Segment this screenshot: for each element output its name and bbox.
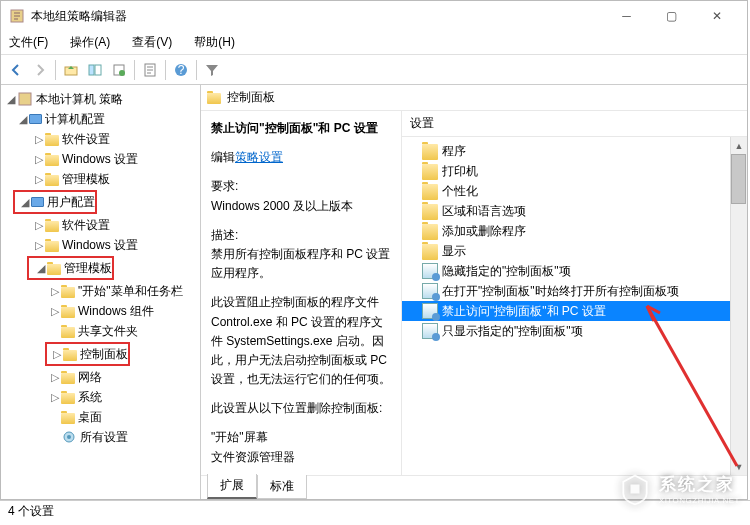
expand-icon[interactable]: ▷ [49, 305, 61, 318]
tree-item[interactable]: ▷系统 [3, 387, 198, 407]
list-item[interactable]: 个性化 [402, 181, 747, 201]
tree-computer-config[interactable]: ◢计算机配置 [3, 109, 198, 129]
close-button[interactable]: ✕ [694, 2, 739, 30]
description-text: 文件资源管理器 [211, 448, 391, 467]
setting-icon [422, 303, 438, 319]
tree-admin-templates[interactable]: ◢管理模板 [29, 258, 112, 278]
settings-column-header[interactable]: 设置 [402, 111, 747, 137]
menu-action[interactable]: 操作(A) [66, 32, 114, 53]
folder-icon [45, 175, 59, 186]
list-item[interactable]: 区域和语言选项 [402, 201, 747, 221]
folder-icon [422, 244, 438, 260]
tab-standard[interactable]: 标准 [257, 475, 307, 499]
item-label: 在打开"控制面板"时始终打开所有控制面板项 [442, 283, 679, 300]
edit-label: 编辑 [211, 150, 235, 164]
expand-icon[interactable]: ◢ [17, 113, 29, 126]
folder-icon [422, 184, 438, 200]
tree-label: 用户配置 [47, 194, 95, 211]
titlebar: 本地组策略编辑器 ─ ▢ ✕ [1, 1, 747, 31]
toolbar: ? [1, 55, 747, 85]
tab-extended[interactable]: 扩展 [207, 474, 257, 499]
tree-item[interactable]: 桌面 [3, 407, 198, 427]
filter-button[interactable] [201, 59, 223, 81]
help-button[interactable]: ? [170, 59, 192, 81]
expand-icon[interactable]: ▷ [51, 348, 63, 361]
expand-icon[interactable]: ▷ [33, 219, 45, 232]
menu-help[interactable]: 帮助(H) [190, 32, 239, 53]
setting-icon [422, 263, 438, 279]
tree-panel[interactable]: ◢本地计算机 策略 ◢计算机配置 ▷软件设置 ▷Windows 设置 ▷管理模板… [1, 85, 201, 499]
forward-button[interactable] [29, 59, 51, 81]
description-panel: 禁止访问"控制面板"和 PC 设置 编辑策略设置 要求: Windows 200… [201, 111, 401, 475]
expand-icon[interactable]: ◢ [35, 262, 47, 275]
tree-item[interactable]: ▷管理模板 [3, 169, 198, 189]
scroll-thumb[interactable] [731, 154, 746, 204]
tree-label: 本地计算机 策略 [36, 91, 123, 108]
toolbar-separator [196, 60, 197, 80]
list-item[interactable]: 隐藏指定的"控制面板"项 [402, 261, 747, 281]
tree-item[interactable]: ▷"开始"菜单和任务栏 [3, 281, 198, 301]
expand-icon[interactable]: ◢ [19, 196, 31, 209]
tree-label: 网络 [78, 369, 102, 386]
svg-rect-9 [19, 93, 31, 105]
tree-user-config[interactable]: ◢用户配置 [15, 192, 95, 212]
tree-label: 软件设置 [62, 217, 110, 234]
expand-icon[interactable]: ▷ [33, 239, 45, 252]
description-text: 此设置从以下位置删除控制面板: [211, 399, 391, 418]
tree-label: 共享文件夹 [78, 323, 138, 340]
folder-icon [61, 307, 75, 318]
list-item[interactable]: 程序 [402, 141, 747, 161]
properties-button[interactable] [139, 59, 161, 81]
item-label: 程序 [442, 143, 466, 160]
tree-item[interactable]: ▷Windows 设置 [3, 235, 198, 255]
expand-icon[interactable]: ▷ [49, 391, 61, 404]
content-header: 控制面板 [201, 85, 747, 111]
expand-icon[interactable]: ▷ [49, 371, 61, 384]
scroll-up-icon[interactable]: ▲ [731, 137, 747, 154]
list-item[interactable]: 在打开"控制面板"时始终打开所有控制面板项 [402, 281, 747, 301]
list-item[interactable]: 添加或删除程序 [402, 221, 747, 241]
back-button[interactable] [5, 59, 27, 81]
maximize-button[interactable]: ▢ [649, 2, 694, 30]
tree-item[interactable]: ▷Windows 组件 [3, 301, 198, 321]
tree-item[interactable]: ▷软件设置 [3, 129, 198, 149]
up-button[interactable] [60, 59, 82, 81]
expand-icon[interactable]: ◢ [5, 93, 17, 106]
folder-icon [422, 164, 438, 180]
expand-icon[interactable]: ▷ [33, 173, 45, 186]
description-text: "开始"屏幕 [211, 428, 391, 447]
edit-policy-link[interactable]: 策略设置 [235, 150, 283, 164]
tree-root[interactable]: ◢本地计算机 策略 [3, 89, 198, 109]
tree-item[interactable]: 所有设置 [3, 427, 198, 447]
menu-view[interactable]: 查看(V) [128, 32, 176, 53]
export-button[interactable] [108, 59, 130, 81]
list-item[interactable]: 打印机 [402, 161, 747, 181]
content-title: 控制面板 [227, 89, 275, 106]
show-hide-tree-button[interactable] [84, 59, 106, 81]
list-item[interactable]: 显示 [402, 241, 747, 261]
app-icon [9, 8, 25, 24]
tree-item[interactable]: 共享文件夹 [3, 321, 198, 341]
tree-label: Windows 设置 [62, 151, 138, 168]
toolbar-separator [55, 60, 56, 80]
folder-icon [61, 287, 75, 298]
tree-label: 控制面板 [80, 346, 128, 363]
policy-icon [17, 91, 33, 107]
expand-icon[interactable]: ▷ [33, 153, 45, 166]
expand-icon[interactable]: ▷ [33, 133, 45, 146]
minimize-button[interactable]: ─ [604, 2, 649, 30]
svg-rect-2 [89, 65, 94, 75]
tree-label: 所有设置 [80, 429, 128, 446]
folder-icon [207, 93, 221, 104]
menu-file[interactable]: 文件(F) [5, 32, 52, 53]
window-title: 本地组策略编辑器 [31, 8, 604, 25]
tree-item[interactable]: ▷Windows 设置 [3, 149, 198, 169]
item-label: 隐藏指定的"控制面板"项 [442, 263, 571, 280]
tree-label: 计算机配置 [45, 111, 105, 128]
expand-icon[interactable]: ▷ [49, 285, 61, 298]
tree-item[interactable]: ▷网络 [3, 367, 198, 387]
tree-item[interactable]: ▷软件设置 [3, 215, 198, 235]
setting-icon [422, 323, 438, 339]
description-text: 禁用所有控制面板程序和 PC 设置应用程序。 [211, 245, 391, 283]
tree-control-panel[interactable]: ▷控制面板 [47, 344, 128, 364]
